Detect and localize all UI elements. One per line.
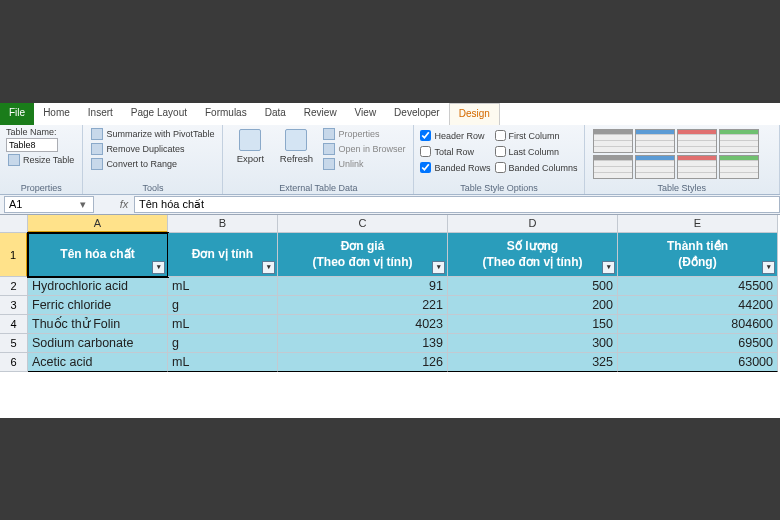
style-thumb[interactable] [635, 155, 675, 179]
browser-icon [323, 143, 335, 155]
cell[interactable]: 300 [448, 334, 618, 353]
name-box[interactable]: A1 ▾ [4, 196, 94, 213]
cell[interactable]: mL [168, 315, 278, 334]
style-thumb[interactable] [635, 129, 675, 153]
open-browser-button[interactable]: Open in Browser [321, 142, 407, 156]
cell[interactable]: Sodium carbonate [28, 334, 168, 353]
col-header-d[interactable]: D [448, 215, 618, 233]
checkbox-icon[interactable] [420, 130, 431, 141]
cell[interactable]: g [168, 296, 278, 315]
tab-design[interactable]: Design [449, 103, 500, 125]
cell[interactable]: mL [168, 353, 278, 372]
col-header-e[interactable]: E [618, 215, 778, 233]
header-cell-a[interactable]: Tên hóa chất▾ [28, 233, 168, 277]
cell[interactable]: mL [168, 277, 278, 296]
filter-button[interactable]: ▾ [152, 261, 165, 274]
cell[interactable]: Acetic acid [28, 353, 168, 372]
style-thumb[interactable] [719, 129, 759, 153]
remove-duplicates-button[interactable]: Remove Duplicates [89, 142, 216, 156]
cell[interactable]: Hydrochloric acid [28, 277, 168, 296]
style-thumb[interactable] [593, 155, 633, 179]
worksheet-grid[interactable]: A B C D E 1 Tên hóa chất▾ Đơn vị tính▾ Đ… [0, 215, 780, 418]
fx-icon[interactable]: fx [114, 198, 134, 210]
row-header-6[interactable]: 6 [0, 353, 28, 372]
table-styles-gallery[interactable] [591, 127, 761, 181]
cell[interactable]: 804600 [618, 315, 778, 334]
col-header-a[interactable]: A [28, 215, 168, 233]
cell[interactable]: g [168, 334, 278, 353]
refresh-button[interactable]: Refresh [275, 127, 317, 164]
style-thumb[interactable] [677, 155, 717, 179]
cell[interactable]: 150 [448, 315, 618, 334]
filter-button[interactable]: ▾ [432, 261, 445, 274]
table-row: 4 Thuốc thử Folin mL 4023 150 804600 [0, 315, 780, 334]
checkbox-icon[interactable] [495, 146, 506, 157]
export-button[interactable]: Export [229, 127, 271, 164]
checkbox-icon[interactable] [495, 130, 506, 141]
formula-input[interactable]: Tên hóa chất [134, 196, 780, 213]
table-row: 6 Acetic acid mL 126 325 63000 [0, 353, 780, 372]
row-header-2[interactable]: 2 [0, 277, 28, 296]
tab-review[interactable]: Review [295, 103, 346, 125]
tab-view[interactable]: View [346, 103, 386, 125]
cell[interactable]: Thuốc thử Folin [28, 315, 168, 334]
style-thumb[interactable] [677, 129, 717, 153]
convert-range-button[interactable]: Convert to Range [89, 157, 216, 171]
row-header-3[interactable]: 3 [0, 296, 28, 315]
group-tools: Summarize with PivotTable Remove Duplica… [83, 125, 223, 194]
opt-banded-columns[interactable]: Banded Columns [495, 161, 578, 175]
cell[interactable]: 200 [448, 296, 618, 315]
filter-button[interactable]: ▾ [762, 261, 775, 274]
ext-properties-button[interactable]: Properties [321, 127, 407, 141]
header-cell-d[interactable]: Số lượng(Theo đơn vị tính)▾ [448, 233, 618, 277]
properties-icon [323, 128, 335, 140]
opt-last-column[interactable]: Last Column [495, 145, 578, 159]
export-icon [239, 129, 261, 151]
group-properties: Table Name: Resize Table Properties [0, 125, 83, 194]
select-all-corner[interactable] [0, 215, 28, 233]
opt-first-column[interactable]: First Column [495, 129, 578, 143]
unlink-button[interactable]: Unlink [321, 157, 407, 171]
cell[interactable]: 139 [278, 334, 448, 353]
checkbox-icon[interactable] [420, 162, 431, 173]
header-cell-c[interactable]: Đơn giá(Theo đơn vị tính)▾ [278, 233, 448, 277]
opt-banded-rows[interactable]: Banded Rows [420, 161, 490, 175]
tab-home[interactable]: Home [34, 103, 79, 125]
cell[interactable]: 4023 [278, 315, 448, 334]
col-header-b[interactable]: B [168, 215, 278, 233]
filter-button[interactable]: ▾ [262, 261, 275, 274]
cell[interactable]: 69500 [618, 334, 778, 353]
filter-button[interactable]: ▾ [602, 261, 615, 274]
cell[interactable]: Ferric chloride [28, 296, 168, 315]
cell[interactable]: 63000 [618, 353, 778, 372]
tab-developer[interactable]: Developer [385, 103, 449, 125]
checkbox-icon[interactable] [420, 146, 431, 157]
header-cell-e[interactable]: Thành tiền(Đồng)▾ [618, 233, 778, 277]
opt-header-row[interactable]: Header Row [420, 129, 490, 143]
cell[interactable]: 45500 [618, 277, 778, 296]
tab-formulas[interactable]: Formulas [196, 103, 256, 125]
cell[interactable]: 500 [448, 277, 618, 296]
table-name-input[interactable] [6, 138, 58, 152]
checkbox-icon[interactable] [495, 162, 506, 173]
tab-file[interactable]: File [0, 103, 34, 125]
row-header-1[interactable]: 1 [0, 233, 28, 277]
style-thumb[interactable] [593, 129, 633, 153]
chevron-down-icon[interactable]: ▾ [77, 198, 89, 211]
cell[interactable]: 325 [448, 353, 618, 372]
cell[interactable]: 91 [278, 277, 448, 296]
style-thumb[interactable] [719, 155, 759, 179]
tab-insert[interactable]: Insert [79, 103, 122, 125]
row-header-5[interactable]: 5 [0, 334, 28, 353]
cell[interactable]: 44200 [618, 296, 778, 315]
col-header-c[interactable]: C [278, 215, 448, 233]
cell[interactable]: 126 [278, 353, 448, 372]
cell[interactable]: 221 [278, 296, 448, 315]
summarize-pivot-button[interactable]: Summarize with PivotTable [89, 127, 216, 141]
opt-total-row[interactable]: Total Row [420, 145, 490, 159]
tab-page-layout[interactable]: Page Layout [122, 103, 196, 125]
header-cell-b[interactable]: Đơn vị tính▾ [168, 233, 278, 277]
row-header-4[interactable]: 4 [0, 315, 28, 334]
tab-data[interactable]: Data [256, 103, 295, 125]
resize-table-button[interactable]: Resize Table [6, 153, 76, 167]
